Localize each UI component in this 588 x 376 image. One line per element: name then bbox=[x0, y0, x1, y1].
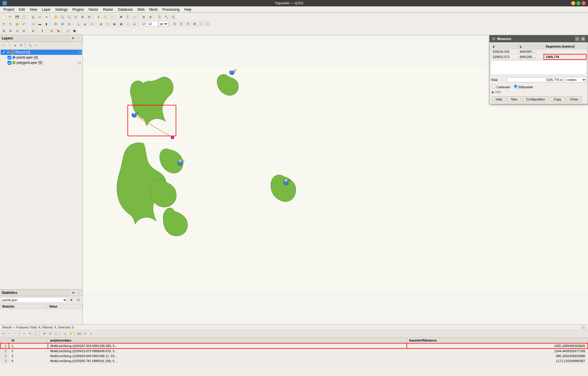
tb-identify[interactable]: ℹ bbox=[95, 14, 102, 20]
copy-button[interactable]: Copy bbox=[550, 96, 565, 102]
font-unit-select[interactable]: px pt bbox=[159, 21, 168, 27]
minimize-button[interactable] bbox=[571, 1, 575, 5]
layer-item-polygon[interactable]: polygonLayer [5] □ bbox=[1, 60, 82, 65]
tb-style2[interactable]: ✕ bbox=[178, 21, 184, 27]
layers-expand[interactable]: □ bbox=[76, 36, 81, 41]
ellipsoidal-radio[interactable] bbox=[514, 84, 517, 88]
menu-help[interactable]: Help bbox=[182, 7, 194, 12]
tb-snap1[interactable]: ⊕ bbox=[53, 21, 59, 27]
menu-view[interactable]: View bbox=[27, 7, 39, 12]
tb-select2[interactable]: ▬ bbox=[37, 21, 43, 27]
menu-edit[interactable]: Edit bbox=[17, 7, 27, 12]
tb-adv2[interactable]: ◇ bbox=[105, 21, 111, 27]
tb-zoom-select[interactable]: ⊟ bbox=[86, 14, 92, 20]
tb-select1[interactable]: ▭ bbox=[30, 21, 36, 27]
attr-del-btn[interactable]: − bbox=[13, 331, 18, 336]
tb-plugin1[interactable]: 🔧 bbox=[163, 14, 170, 20]
add-layer-btn[interactable]: + bbox=[1, 43, 6, 48]
menu-mesh[interactable]: Mesh bbox=[147, 7, 160, 12]
tb-adv5[interactable]: ○ bbox=[125, 21, 131, 27]
font-size-input[interactable] bbox=[147, 21, 158, 27]
attr-stats-btn[interactable]: Σ bbox=[82, 331, 88, 336]
tb-plugin2[interactable]: 🔨 bbox=[170, 14, 176, 20]
layer-check-polygon[interactable] bbox=[8, 61, 11, 65]
tb-info1[interactable]: ℹ bbox=[39, 28, 46, 34]
menu-database[interactable]: Database bbox=[116, 7, 135, 12]
attr-deselect-btn[interactable]: ☐ bbox=[53, 331, 59, 336]
configuration-button[interactable]: Configuration bbox=[522, 96, 549, 102]
tb-bookmark[interactable]: 🔖 bbox=[55, 28, 62, 34]
tb-style5[interactable]: ⊸ bbox=[198, 21, 204, 27]
tb-style6[interactable]: ⊹ bbox=[205, 21, 211, 27]
attr-copy-btn[interactable]: ⎘ bbox=[27, 331, 33, 336]
tb-open[interactable]: 📂 bbox=[7, 14, 14, 20]
tb-loc1[interactable]: ⊕ bbox=[1, 28, 7, 34]
tb-attr[interactable]: □ bbox=[131, 14, 138, 20]
tb-digi3[interactable]: ◁ bbox=[89, 21, 95, 27]
tb-adv4[interactable]: ◉ bbox=[118, 21, 124, 27]
tb-extra2[interactable]: ⬢ bbox=[71, 28, 78, 34]
tb-loc5[interactable]: ⊛ bbox=[30, 28, 36, 34]
attr-export-btn[interactable]: ↗ bbox=[88, 331, 93, 336]
tb-map1[interactable]: ⊕ bbox=[141, 14, 147, 20]
stats-refresh-btn[interactable]: ↻ bbox=[75, 297, 81, 303]
tb-edit4[interactable]: ✐ bbox=[21, 21, 27, 27]
tb-new[interactable]: 📄 bbox=[1, 14, 7, 20]
new-button[interactable]: New bbox=[507, 96, 521, 102]
menu-vector[interactable]: Vector bbox=[86, 7, 101, 12]
tb-redo[interactable]: ↪ bbox=[43, 14, 50, 20]
remove-layer-btn[interactable]: − bbox=[7, 43, 12, 48]
menu-layer[interactable]: Layer bbox=[39, 7, 53, 12]
tb-edit3[interactable]: ✍ bbox=[14, 21, 20, 27]
tb-edit1[interactable]: ✏ bbox=[1, 21, 7, 27]
menu-web[interactable]: Web bbox=[135, 7, 147, 12]
attr-add-btn[interactable]: + bbox=[7, 331, 12, 336]
layer-item-result[interactable]: ▼ Result [4] □ bbox=[1, 50, 82, 55]
tb-adv3[interactable]: ◆ bbox=[111, 21, 118, 27]
maximize-button[interactable] bbox=[576, 1, 580, 5]
layer-filter-btn[interactable]: 🔍 bbox=[27, 43, 33, 48]
stats-settings[interactable]: ⚙ bbox=[71, 290, 75, 295]
close-measure-button[interactable]: Close bbox=[566, 96, 582, 102]
attr-paste-btn[interactable]: 📋 bbox=[33, 331, 38, 336]
attr-cut-btn[interactable]: ✂ bbox=[21, 331, 27, 336]
stats-layer-select[interactable]: pointLayer polygonLayer bbox=[1, 297, 67, 303]
layer-check-result[interactable] bbox=[2, 50, 6, 54]
attr-filter-btn[interactable]: ⚙ bbox=[42, 331, 47, 336]
tb-loc4[interactable]: ⊚ bbox=[21, 28, 27, 34]
tb-save[interactable]: 💾 bbox=[14, 14, 20, 20]
cartesian-radio[interactable] bbox=[492, 84, 496, 88]
dialog-min-btn[interactable]: − bbox=[575, 37, 580, 41]
tb-zoom-layer[interactable]: ⊞ bbox=[79, 14, 86, 20]
tb-measure[interactable]: 📏 bbox=[102, 14, 108, 20]
attr-field-calc-btn[interactable]: f(x) bbox=[77, 331, 82, 336]
tb-style4[interactable]: ✘ bbox=[191, 21, 198, 27]
menu-project[interactable]: Project bbox=[1, 7, 17, 12]
menu-processing[interactable]: Processing bbox=[160, 7, 182, 12]
tb-adv1[interactable]: ◈ bbox=[98, 21, 104, 27]
tb-zoom-out[interactable]: 🔍 bbox=[66, 14, 72, 20]
tb-stats[interactable]: Σ bbox=[125, 14, 131, 20]
tb-zoom-in[interactable]: 🔍 bbox=[59, 14, 66, 20]
dialog-close-btn[interactable]: ✕ bbox=[581, 37, 585, 41]
tb-snap2[interactable]: ⊗ bbox=[59, 21, 66, 27]
tb-select3[interactable]: ▮ bbox=[43, 21, 50, 27]
tb-loc3[interactable]: ⊙ bbox=[14, 28, 20, 34]
attr-zoom-btn[interactable]: 🔍 bbox=[62, 331, 67, 336]
tb-style1[interactable]: A bbox=[171, 21, 178, 27]
stats-field-btn[interactable]: ▼ bbox=[69, 297, 74, 303]
tb-zoom-custom[interactable]: ⊡ bbox=[48, 28, 55, 34]
tb-deselect[interactable]: ✖ bbox=[118, 14, 124, 20]
help-button[interactable]: Help bbox=[492, 96, 506, 102]
tb-pan[interactable]: ✋ bbox=[53, 14, 59, 20]
ellipsoidal-label[interactable]: Ellipsoidal bbox=[514, 84, 533, 89]
layer-group-btn[interactable]: □ bbox=[33, 43, 38, 48]
tb-style3[interactable]: ✗ bbox=[185, 21, 191, 27]
table-row[interactable]: 2 2 MultiLineString ((529415.673 6989049… bbox=[0, 348, 588, 354]
tb-loc2[interactable]: ⊗ bbox=[7, 28, 14, 34]
layer-check-point[interactable] bbox=[8, 56, 11, 59]
tb-adv6[interactable]: ● bbox=[131, 21, 138, 27]
table-row[interactable]: 4 4 MultiLineString ((533350.781 6989181… bbox=[0, 359, 588, 364]
stats-close[interactable]: □ bbox=[76, 290, 81, 295]
map-area[interactable]: 1 2 3 4 bbox=[83, 35, 588, 324]
